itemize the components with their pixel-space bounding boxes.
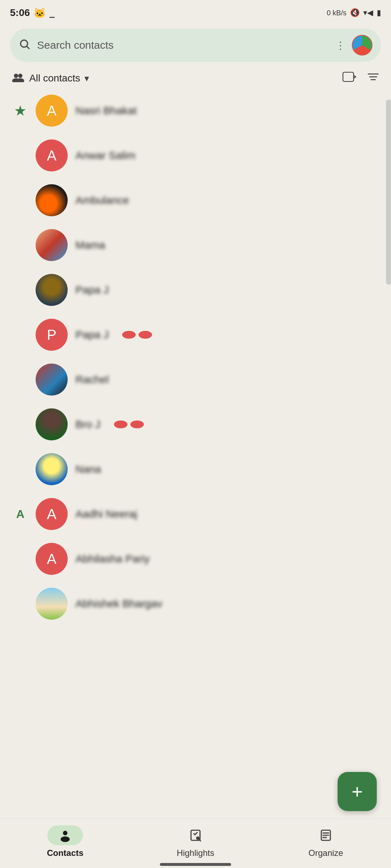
list-item[interactable]: A Anwar Salim	[0, 133, 391, 178]
avatar-letter: A	[47, 506, 57, 522]
list-item[interactable]: A A Aadhi Neeraj	[0, 492, 391, 536]
red-status-dots	[122, 331, 152, 339]
avatar-letter: A	[47, 551, 57, 567]
avatar	[36, 364, 68, 396]
section-label-a: A	[16, 508, 24, 521]
contact-name: Nana	[75, 463, 378, 475]
contacts-nav-label: Contacts	[47, 848, 84, 858]
contact-name: Bro J	[75, 418, 100, 430]
avatar: A	[36, 95, 68, 127]
list-item[interactable]: Abhishek Bhargav	[0, 581, 391, 626]
more-options-button[interactable]: ⋮	[335, 39, 345, 51]
all-contacts-label: All contacts	[29, 73, 80, 84]
terminal-icon: _	[49, 8, 54, 18]
avatar	[36, 184, 68, 216]
list-item[interactable]: P Papa J	[0, 312, 391, 357]
chevron-down-icon: ▾	[84, 73, 89, 84]
search-icon	[19, 38, 31, 53]
avatar-image	[353, 36, 372, 55]
svg-point-2	[14, 74, 18, 78]
nav-item-highlights[interactable]: Highlights	[130, 825, 261, 858]
avatar-letter: P	[47, 327, 57, 343]
list-item[interactable]: ★ A Nasri Bhakat	[0, 88, 391, 133]
status-bar: 5:06 🐱 _ 0 kB/s 🔇 ▾◀ ▮	[0, 0, 391, 23]
status-left: 5:06 🐱 _	[10, 7, 55, 19]
svg-rect-6	[343, 72, 354, 81]
avatar	[36, 453, 68, 485]
contacts-nav-icon-wrap	[47, 825, 83, 845]
avatar-letter: A	[47, 148, 57, 164]
contact-name: Abhilasha Pariy	[75, 553, 378, 565]
avatar	[36, 408, 68, 440]
red-status-dots	[114, 420, 144, 428]
status-time: 5:06	[10, 7, 30, 18]
avatar: A	[36, 498, 68, 530]
cat-icon: 🐱	[33, 7, 46, 19]
avatar: A	[36, 543, 68, 575]
battery-icon: ▮	[377, 8, 381, 17]
red-dot-1	[122, 331, 136, 339]
contact-name: Aadhi Neeraj	[75, 508, 378, 520]
avatar	[36, 588, 68, 620]
network-speed: 0 kB/s	[327, 9, 346, 17]
red-dot-2	[139, 331, 152, 339]
home-indicator	[160, 863, 231, 866]
svg-point-11	[61, 836, 69, 842]
list-item[interactable]: Bro J	[0, 402, 391, 447]
contact-name: Nasri Bhakat	[75, 105, 378, 117]
list-item[interactable]: A Abhilasha Pariy	[0, 536, 391, 581]
contacts-group-icon	[11, 72, 25, 85]
plus-icon: +	[351, 782, 363, 801]
avatar: A	[36, 139, 68, 171]
search-bar[interactable]: Search contacts ⋮	[10, 28, 381, 62]
list-item[interactable]: Mama	[0, 223, 391, 268]
svg-point-3	[18, 74, 22, 78]
star-icon: ★	[14, 102, 27, 119]
red-dot-2	[130, 420, 144, 428]
contact-name: Papa J	[75, 284, 378, 296]
contact-name: Rachel	[75, 374, 378, 386]
list-item[interactable]: Rachel	[0, 357, 391, 402]
contact-name: Abhishek Bhargav	[75, 598, 378, 610]
user-avatar[interactable]	[352, 35, 372, 55]
organize-nav-label: Organize	[308, 848, 343, 858]
contact-name: Mama	[75, 239, 378, 251]
highlights-nav-icon-wrap	[178, 825, 213, 845]
add-contact-fab[interactable]: +	[338, 772, 377, 811]
toolbar-right	[342, 71, 380, 85]
nav-item-contacts[interactable]: Contacts	[0, 825, 130, 858]
avatar-letter: A	[47, 103, 57, 119]
nav-item-organize[interactable]: Organize	[261, 825, 391, 858]
avatar: P	[36, 319, 68, 351]
contact-name: Ambulance	[75, 194, 378, 206]
label-filter-icon[interactable]	[342, 71, 357, 85]
contact-name: Papa J	[75, 329, 109, 341]
wifi-icon: ▾◀	[363, 8, 373, 17]
red-dot-1	[114, 420, 127, 428]
status-right: 0 kB/s 🔇 ▾◀ ▮	[327, 8, 381, 17]
contact-name: Anwar Salim	[75, 149, 378, 162]
avatar	[36, 274, 68, 306]
search-bar-container: Search contacts ⋮	[0, 23, 391, 65]
all-contacts-dropdown[interactable]: All contacts ▾	[11, 72, 89, 85]
contact-list: ★ A Nasri Bhakat A Anwar Salim Ambulance…	[0, 88, 391, 626]
bottom-nav: Contacts Highlights Organize	[0, 819, 391, 868]
svg-line-1	[27, 46, 29, 48]
list-item[interactable]: Ambulance	[0, 178, 391, 223]
toolbar-row: All contacts ▾	[0, 65, 391, 88]
list-item[interactable]: Papa J	[0, 268, 391, 312]
avatar	[36, 229, 68, 261]
section-a-label: A	[13, 508, 28, 521]
star-section-label: ★	[13, 102, 28, 119]
mute-icon: 🔇	[350, 8, 360, 17]
svg-point-10	[63, 831, 68, 835]
organize-nav-icon-wrap	[308, 825, 344, 845]
sort-filter-icon[interactable]	[367, 72, 380, 85]
list-item[interactable]: Nana	[0, 447, 391, 492]
highlights-nav-label: Highlights	[177, 848, 214, 858]
search-placeholder[interactable]: Search contacts	[37, 39, 329, 51]
